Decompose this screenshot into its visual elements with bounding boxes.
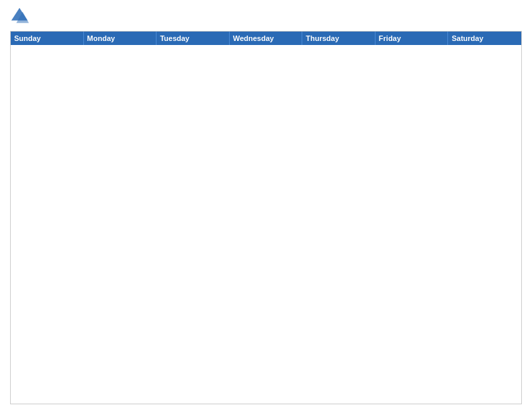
page-header bbox=[10, 7, 522, 26]
calendar-body bbox=[11, 45, 521, 404]
logo-icon bbox=[10, 7, 29, 26]
calendar-header-sunday: Sunday bbox=[11, 32, 84, 45]
calendar-header-tuesday: Tuesday bbox=[157, 32, 230, 45]
calendar-header: SundayMondayTuesdayWednesdayThursdayFrid… bbox=[11, 32, 521, 45]
logo bbox=[10, 7, 32, 26]
calendar-header-wednesday: Wednesday bbox=[230, 32, 303, 45]
calendar-header-saturday: Saturday bbox=[448, 32, 521, 45]
calendar: SundayMondayTuesdayWednesdayThursdayFrid… bbox=[10, 31, 522, 404]
calendar-header-friday: Friday bbox=[375, 32, 449, 45]
calendar-header-monday: Monday bbox=[84, 32, 157, 45]
calendar-header-thursday: Thursday bbox=[302, 32, 375, 45]
